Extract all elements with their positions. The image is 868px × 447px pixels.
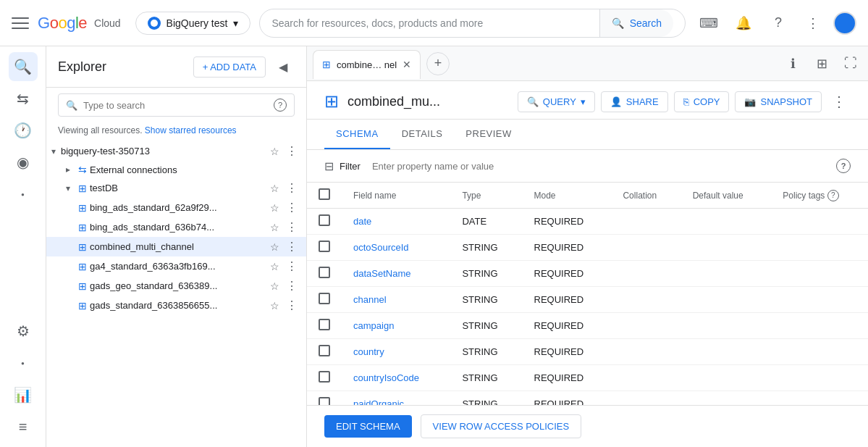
explorer-search-input[interactable] xyxy=(83,100,268,111)
active-tab[interactable]: ⊞ combine… nel ✕ xyxy=(313,50,421,79)
edit-schema-button[interactable]: EDIT SCHEMA xyxy=(324,415,412,438)
table-node[interactable]: ⊞ gads_standard_6363856655... ☆ ⋮ xyxy=(46,296,306,315)
rail-dot[interactable]: ● xyxy=(9,180,38,209)
tab-close-button[interactable]: ✕ xyxy=(403,59,411,70)
row-checkbox[interactable] xyxy=(319,214,330,226)
user-avatar[interactable] xyxy=(833,12,856,35)
tab-details[interactable]: DETAILS xyxy=(390,120,455,149)
table-node[interactable]: ⊞ bing_ads_standard_62a9f29... ☆ ⋮ xyxy=(46,198,306,217)
policy-tags-cell xyxy=(771,261,868,287)
table-menu[interactable]: ⋮ xyxy=(283,220,300,234)
testdb-menu[interactable]: ⋮ xyxy=(283,181,300,195)
rail-search[interactable]: 🔍 xyxy=(9,52,38,81)
field-name-link[interactable]: octoSourceId xyxy=(353,242,409,253)
table-node[interactable]: ⊞ ga4_standard_6363a3fb169... ☆ ⋮ xyxy=(46,256,306,276)
filter-input[interactable] xyxy=(372,161,830,172)
add-data-button[interactable]: + ADD DATA xyxy=(193,57,266,78)
rail-dot2[interactable]: ● xyxy=(9,348,38,377)
viewing-all-text: Viewing all resources. Show starred reso… xyxy=(46,122,306,141)
row-checkbox[interactable] xyxy=(319,345,330,356)
collation-cell xyxy=(611,365,681,391)
row-checkbox[interactable] xyxy=(319,293,330,304)
top-nav: Google Cloud BigQuery test ▾ Search for … xyxy=(0,0,868,46)
row-checkbox[interactable] xyxy=(319,371,330,383)
info-button[interactable]: ℹ xyxy=(781,52,804,75)
help-button[interactable]: ? xyxy=(764,9,793,38)
field-name-link[interactable]: countryIsoCode xyxy=(353,372,419,383)
tab-schema[interactable]: SCHEMA xyxy=(324,120,390,149)
field-name-link[interactable]: campaign xyxy=(353,320,394,331)
field-name-link[interactable]: channel xyxy=(353,294,387,305)
row-checkbox[interactable] xyxy=(319,267,330,278)
project-node[interactable]: ▾ bigquery-test-350713 ☆ ⋮ xyxy=(46,141,306,161)
explorer-title: Explorer xyxy=(58,59,187,75)
row-checkbox[interactable] xyxy=(319,319,330,330)
table-menu[interactable]: ⋮ xyxy=(283,259,300,273)
table-node[interactable]: ⊞ gads_geo_standard_636389... ☆ ⋮ xyxy=(46,276,306,296)
col-header-collation: Collation xyxy=(611,183,681,209)
table-menu[interactable]: ⋮ xyxy=(283,298,300,312)
query-button[interactable]: 🔍 QUERY ▾ xyxy=(518,91,595,112)
type-cell: STRING xyxy=(450,365,522,391)
field-name-link[interactable]: date xyxy=(353,216,371,227)
snapshot-button[interactable]: 📷 SNAPSHOT xyxy=(735,91,822,112)
rail-chart[interactable]: 📊 xyxy=(9,380,38,409)
header-checkbox[interactable] xyxy=(319,188,330,200)
project-toggle[interactable]: ▾ xyxy=(46,146,61,156)
rail-history[interactable]: 🕐 xyxy=(9,116,38,145)
new-tab-button[interactable]: + xyxy=(426,52,450,75)
terminal-button[interactable]: ⌨ xyxy=(694,9,723,38)
header-actions: 🔍 QUERY ▾ 👤 SHARE ⎘ COPY 📷 SNAPSHOT ⋮ xyxy=(518,90,851,113)
show-starred-link[interactable]: Show starred resources xyxy=(145,125,237,135)
project-star[interactable]: ☆ xyxy=(266,146,283,157)
testdb-node[interactable]: ▾ ⊞ testDB ☆ ⋮ xyxy=(46,178,306,198)
grid-button[interactable]: ⊞ xyxy=(810,52,833,75)
table-star[interactable]: ☆ xyxy=(266,241,283,253)
testdb-toggle[interactable]: ▾ xyxy=(61,183,75,193)
view-row-access-button[interactable]: VIEW ROW ACCESS POLICIES xyxy=(421,414,582,438)
filter-row: ⊟ Filter ? xyxy=(307,150,868,183)
rail-analytics[interactable]: ◉ xyxy=(9,148,38,177)
table-star[interactable]: ☆ xyxy=(266,222,283,233)
filter-help-icon[interactable]: ? xyxy=(836,159,851,173)
table-star[interactable]: ☆ xyxy=(266,261,283,272)
tab-preview[interactable]: PREVIEW xyxy=(454,120,523,149)
policy-tags-cell xyxy=(771,209,868,235)
row-checkbox[interactable] xyxy=(319,241,330,252)
logo[interactable]: Google Cloud xyxy=(38,14,121,33)
table-star[interactable]: ☆ xyxy=(266,202,283,214)
table-star[interactable]: ☆ xyxy=(266,280,283,292)
external-connections-node[interactable]: ▸ ⇆ External connections xyxy=(46,161,306,178)
copy-button[interactable]: ⎘ COPY xyxy=(674,91,730,112)
fullscreen-button[interactable]: ⛶ xyxy=(839,52,862,75)
explorer-panel: Explorer + ADD DATA ◀ 🔍 ? Viewing all re… xyxy=(46,46,307,447)
project-menu[interactable]: ⋮ xyxy=(283,144,300,158)
field-name-link[interactable]: country xyxy=(353,346,384,357)
notifications-button[interactable]: 🔔 xyxy=(729,9,758,38)
hamburger-menu[interactable] xyxy=(12,14,29,32)
testdb-star[interactable]: ☆ xyxy=(266,183,283,194)
field-name-link[interactable]: dataSetName xyxy=(353,268,411,279)
ext-toggle[interactable]: ▸ xyxy=(61,164,75,175)
rail-settings[interactable]: ⚙ xyxy=(9,317,38,346)
table-menu[interactable]: ⋮ xyxy=(283,201,300,214)
collapse-panel-button[interactable]: ◀ xyxy=(271,55,295,78)
table-node[interactable]: ⊞ bing_ads_standard_636b74... ☆ ⋮ xyxy=(46,217,306,237)
global-search-bar[interactable]: Search for resources, docs, products and… xyxy=(259,9,686,38)
row-checkbox[interactable] xyxy=(319,397,330,405)
search-button[interactable]: 🔍 Search xyxy=(599,9,673,37)
table-star[interactable]: ☆ xyxy=(266,300,283,312)
table-row: paidOrganic STRING REQUIRED xyxy=(307,391,868,406)
more-options-button[interactable]: ⋮ xyxy=(799,9,827,38)
rail-transfers[interactable]: ⇆ xyxy=(9,84,38,113)
more-actions-button[interactable]: ⋮ xyxy=(827,90,851,113)
table-tree-label: gads_geo_standard_636389... xyxy=(90,280,266,291)
table-menu[interactable]: ⋮ xyxy=(283,240,300,254)
table-node[interactable]: ⊞ combined_multi_channel ☆ ⋮ xyxy=(46,237,306,256)
rail-list[interactable]: ≡ xyxy=(9,412,38,441)
policy-tags-help-icon[interactable]: ? xyxy=(827,190,839,201)
field-name-link[interactable]: paidOrganic xyxy=(353,398,404,405)
table-menu[interactable]: ⋮ xyxy=(283,279,300,293)
project-selector[interactable]: BigQuery test ▾ xyxy=(135,12,251,35)
share-button[interactable]: 👤 SHARE xyxy=(601,91,668,112)
